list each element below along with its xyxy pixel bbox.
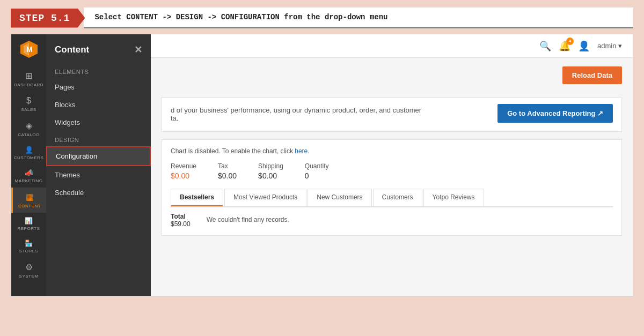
top-bar: 🔍 🔔 4 👤 admin ▾ xyxy=(151,34,633,58)
sidebar-item-marketing[interactable]: 📣 MARKETING xyxy=(11,165,46,188)
content-icon: ▦ xyxy=(26,192,34,202)
reporting-section: Go to Advanced Reporting ↗ d of your bus… xyxy=(162,97,622,132)
sidebar-item-stores[interactable]: 🏪 STORES xyxy=(11,235,46,258)
menu-item-configuration[interactable]: Configuration xyxy=(46,146,151,166)
stat-tax-value: $0.00 xyxy=(218,171,237,180)
sidebar-label-marketing: MARKETING xyxy=(14,178,42,183)
dropdown-header: Content ✕ xyxy=(46,34,151,63)
menu-item-pages[interactable]: Pages xyxy=(46,78,151,96)
svg-text:M: M xyxy=(26,45,33,54)
dropdown-close-button[interactable]: ✕ xyxy=(134,44,142,56)
customers-icon: 👤 xyxy=(25,146,33,154)
chart-section: Chart is disabled. To enable the chart, … xyxy=(162,139,622,236)
total-value: $59.00 xyxy=(171,220,191,228)
stat-tax-label: Tax xyxy=(218,162,237,170)
stat-shipping-value: $0.00 xyxy=(258,171,283,180)
stores-icon: 🏪 xyxy=(25,240,33,247)
dropdown-title: Content xyxy=(55,44,89,55)
elements-section-label: Elements xyxy=(46,63,151,78)
screenshot-area: M ⊞ DASHBOARD $ SALES ◈ CATALOG 👤 CUSTOM… xyxy=(11,34,633,296)
search-icon[interactable]: 🔍 xyxy=(539,40,551,52)
reload-data-button[interactable]: Reload Data xyxy=(562,66,622,84)
sidebar-item-reports[interactable]: 📊 REPORTS xyxy=(11,213,46,235)
stat-revenue-value: $0.00 xyxy=(171,171,196,180)
no-records-section: We couldn't find any records. xyxy=(207,213,289,228)
system-icon: ⚙ xyxy=(25,262,33,272)
reports-icon: 📊 xyxy=(25,217,33,225)
stat-quantity-value: 0 xyxy=(305,171,329,180)
chart-disabled-notice: Chart is disabled. To enable the chart, … xyxy=(171,147,613,155)
catalog-icon: ◈ xyxy=(26,121,32,131)
total-section: Total $59.00 xyxy=(171,213,191,228)
step-badge: STEP 5.1 xyxy=(11,9,85,28)
stat-shipping-label: Shipping xyxy=(258,162,283,170)
design-section-label: Design xyxy=(46,131,151,146)
tab-most-viewed[interactable]: Most Viewed Products xyxy=(224,189,306,206)
tab-new-customers[interactable]: New Customers xyxy=(308,189,371,206)
magento-logo: M xyxy=(19,40,39,61)
menu-item-themes[interactable]: Themes xyxy=(46,166,151,184)
sidebar-label-dashboard: DASHBOARD xyxy=(14,83,43,87)
main-content-area: 🔍 🔔 4 👤 admin ▾ Reload Data Go to Advanc… xyxy=(151,34,633,296)
tab-customers[interactable]: Customers xyxy=(373,189,422,206)
stats-row: Revenue $0.00 Tax $0.00 Shipping $0.00 Q… xyxy=(171,162,613,180)
marketing-icon: 📣 xyxy=(25,169,33,177)
step-instruction: Select CONTENT -> DESIGN -> CONFIGURATIO… xyxy=(84,8,633,28)
sidebar-item-customers[interactable]: 👤 CUSTOMERS xyxy=(11,141,46,165)
advanced-reporting-button[interactable]: Go to Advanced Reporting ↗ xyxy=(497,104,613,123)
sidebar-label-sales: SALES xyxy=(21,107,36,112)
stat-shipping: Shipping $0.00 xyxy=(258,162,283,180)
tab-bestsellers[interactable]: Bestsellers xyxy=(171,189,223,206)
menu-item-schedule[interactable]: Schedule xyxy=(46,184,151,201)
sidebar-label-stores: STORES xyxy=(19,249,39,253)
user-icon: 👤 xyxy=(578,40,590,52)
no-records-text: We couldn't find any records. xyxy=(207,213,289,227)
dashboard-body: Reload Data Go to Advanced Reporting ↗ d… xyxy=(151,58,633,250)
sidebar-item-sales[interactable]: $ SALES xyxy=(11,92,46,116)
sidebar-item-catalog[interactable]: ◈ CATALOG xyxy=(11,116,46,141)
stat-quantity: Quantity 0 xyxy=(305,162,329,180)
content-dropdown-menu: Content ✕ Elements Pages Blocks Widgets … xyxy=(46,34,151,296)
sidebar-label-content: CONTENT xyxy=(18,204,41,208)
stat-revenue-label: Revenue xyxy=(171,162,196,170)
step-header: STEP 5.1 Select CONTENT -> DESIGN -> CON… xyxy=(0,0,644,34)
admin-menu[interactable]: admin ▾ xyxy=(597,42,622,50)
sidebar-label-customers: CUSTOMERS xyxy=(14,155,43,160)
sidebar-item-content[interactable]: ▦ CONTENT xyxy=(11,188,46,213)
tab-yotpo-reviews[interactable]: Yotpo Reviews xyxy=(423,189,484,206)
sidebar-item-system[interactable]: ⚙ SYSTEM xyxy=(11,258,46,283)
stat-revenue: Revenue $0.00 xyxy=(171,162,196,180)
menu-item-widgets[interactable]: Widgets xyxy=(46,114,151,131)
sidebar-label-system: SYSTEM xyxy=(19,274,39,279)
table-area: Total $59.00 We couldn't find any record… xyxy=(171,213,613,228)
stat-quantity-label: Quantity xyxy=(305,162,329,170)
sidebar-label-catalog: CATALOG xyxy=(18,132,40,137)
sales-icon: $ xyxy=(26,96,31,106)
chart-enable-link[interactable]: here xyxy=(295,147,308,155)
notification-bell-icon[interactable]: 🔔 4 xyxy=(559,40,570,52)
sidebar-item-dashboard[interactable]: ⊞ DASHBOARD xyxy=(11,66,46,92)
sidebar-label-reports: REPORTS xyxy=(17,226,40,231)
tabs-bar: Bestsellers Most Viewed Products New Cus… xyxy=(171,189,613,207)
menu-item-blocks[interactable]: Blocks xyxy=(46,96,151,114)
dashboard-icon: ⊞ xyxy=(25,71,32,81)
notification-badge: 4 xyxy=(566,38,574,45)
sidebar: M ⊞ DASHBOARD $ SALES ◈ CATALOG 👤 CUSTOM… xyxy=(11,34,46,296)
stat-tax: Tax $0.00 xyxy=(218,162,237,180)
total-label: Total xyxy=(171,213,191,220)
